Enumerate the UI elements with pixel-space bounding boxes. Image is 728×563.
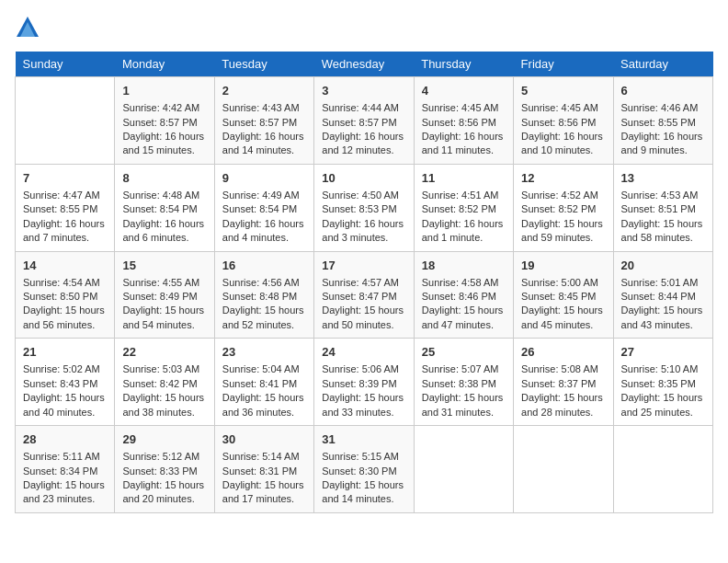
- day-info: Sunrise: 4:48 AM Sunset: 8:54 PM Dayligh…: [122, 189, 206, 246]
- calendar-cell: 11Sunrise: 4:51 AM Sunset: 8:52 PM Dayli…: [414, 164, 513, 251]
- header: [15, 15, 713, 40]
- day-info: Sunrise: 5:01 AM Sunset: 8:44 PM Dayligh…: [621, 276, 705, 333]
- calendar-cell: 24Sunrise: 5:06 AM Sunset: 8:39 PM Dayli…: [314, 339, 414, 426]
- day-info: Sunrise: 5:07 AM Sunset: 8:38 PM Dayligh…: [422, 362, 506, 419]
- calendar-cell: 1Sunrise: 4:42 AM Sunset: 8:57 PM Daylig…: [115, 77, 214, 165]
- day-number: 10: [322, 170, 405, 187]
- day-number: 4: [422, 83, 506, 99]
- day-info: Sunrise: 4:45 AM Sunset: 8:56 PM Dayligh…: [521, 101, 605, 158]
- logo-icon: [15, 15, 40, 40]
- day-info: Sunrise: 5:00 AM Sunset: 8:45 PM Dayligh…: [521, 276, 605, 333]
- day-info: Sunrise: 4:55 AM Sunset: 8:49 PM Dayligh…: [122, 276, 206, 333]
- calendar-cell: 16Sunrise: 4:56 AM Sunset: 8:48 PM Dayli…: [214, 251, 313, 339]
- day-info: Sunrise: 5:08 AM Sunset: 8:37 PM Dayligh…: [521, 362, 605, 419]
- day-number: 21: [23, 344, 107, 361]
- calendar-cell: 9Sunrise: 4:49 AM Sunset: 8:54 PM Daylig…: [214, 164, 313, 251]
- calendar-header-row: SundayMondayTuesdayWednesdayThursdayFrid…: [16, 52, 713, 77]
- day-number: 19: [521, 258, 605, 274]
- header-thursday: Thursday: [414, 52, 513, 77]
- calendar-cell: 3Sunrise: 4:44 AM Sunset: 8:57 PM Daylig…: [314, 77, 414, 165]
- day-number: 14: [23, 258, 107, 274]
- day-number: 18: [422, 258, 506, 274]
- day-info: Sunrise: 4:42 AM Sunset: 8:57 PM Dayligh…: [122, 101, 206, 158]
- day-info: Sunrise: 5:15 AM Sunset: 8:30 PM Dayligh…: [322, 450, 405, 507]
- day-info: Sunrise: 5:03 AM Sunset: 8:42 PM Dayligh…: [122, 362, 206, 419]
- week-row-1: 7Sunrise: 4:47 AM Sunset: 8:55 PM Daylig…: [16, 164, 713, 251]
- day-number: 8: [122, 170, 206, 187]
- day-info: Sunrise: 4:46 AM Sunset: 8:55 PM Dayligh…: [621, 101, 705, 158]
- calendar-cell: 28Sunrise: 5:11 AM Sunset: 8:34 PM Dayli…: [16, 426, 115, 513]
- calendar-cell: 15Sunrise: 4:55 AM Sunset: 8:49 PM Dayli…: [115, 251, 214, 339]
- calendar-cell: 23Sunrise: 5:04 AM Sunset: 8:41 PM Dayli…: [214, 339, 313, 426]
- day-info: Sunrise: 5:02 AM Sunset: 8:43 PM Dayligh…: [23, 362, 107, 419]
- day-info: Sunrise: 4:43 AM Sunset: 8:57 PM Dayligh…: [222, 101, 306, 158]
- day-number: 13: [621, 170, 705, 187]
- calendar-cell: 27Sunrise: 5:10 AM Sunset: 8:35 PM Dayli…: [613, 339, 712, 426]
- day-number: 7: [23, 170, 107, 187]
- day-info: Sunrise: 5:11 AM Sunset: 8:34 PM Dayligh…: [23, 450, 107, 507]
- week-row-0: 1Sunrise: 4:42 AM Sunset: 8:57 PM Daylig…: [16, 77, 713, 165]
- day-number: 1: [122, 83, 206, 99]
- day-info: Sunrise: 4:58 AM Sunset: 8:46 PM Dayligh…: [422, 276, 506, 333]
- header-monday: Monday: [115, 52, 214, 77]
- day-info: Sunrise: 4:53 AM Sunset: 8:51 PM Dayligh…: [621, 189, 705, 246]
- day-number: 5: [521, 83, 605, 99]
- calendar-cell: 14Sunrise: 4:54 AM Sunset: 8:50 PM Dayli…: [16, 251, 115, 339]
- day-info: Sunrise: 4:56 AM Sunset: 8:48 PM Dayligh…: [222, 276, 306, 333]
- header-saturday: Saturday: [613, 52, 712, 77]
- day-info: Sunrise: 4:54 AM Sunset: 8:50 PM Dayligh…: [23, 276, 107, 333]
- day-number: 20: [621, 258, 705, 274]
- day-info: Sunrise: 4:49 AM Sunset: 8:54 PM Dayligh…: [222, 189, 306, 246]
- day-number: 28: [23, 431, 107, 448]
- calendar-cell: 26Sunrise: 5:08 AM Sunset: 8:37 PM Dayli…: [514, 339, 613, 426]
- calendar-cell: 6Sunrise: 4:46 AM Sunset: 8:55 PM Daylig…: [613, 77, 712, 165]
- calendar-cell: 5Sunrise: 4:45 AM Sunset: 8:56 PM Daylig…: [514, 77, 613, 165]
- day-number: 25: [422, 344, 506, 361]
- day-number: 27: [621, 344, 705, 361]
- day-number: 9: [222, 170, 306, 187]
- calendar-cell: [514, 426, 613, 513]
- calendar-cell: 17Sunrise: 4:57 AM Sunset: 8:47 PM Dayli…: [314, 251, 414, 339]
- day-number: 29: [122, 431, 206, 448]
- week-row-2: 14Sunrise: 4:54 AM Sunset: 8:50 PM Dayli…: [16, 251, 713, 339]
- calendar-cell: 10Sunrise: 4:50 AM Sunset: 8:53 PM Dayli…: [314, 164, 414, 251]
- day-number: 2: [222, 83, 306, 99]
- calendar-cell: [613, 426, 712, 513]
- day-number: 16: [222, 258, 306, 274]
- calendar-cell: 31Sunrise: 5:15 AM Sunset: 8:30 PM Dayli…: [314, 426, 414, 513]
- day-number: 24: [322, 344, 405, 361]
- day-number: 6: [621, 83, 705, 99]
- calendar-table: SundayMondayTuesdayWednesdayThursdayFrid…: [15, 52, 713, 513]
- day-info: Sunrise: 4:45 AM Sunset: 8:56 PM Dayligh…: [422, 101, 506, 158]
- logo: [15, 15, 44, 40]
- calendar-cell: 18Sunrise: 4:58 AM Sunset: 8:46 PM Dayli…: [414, 251, 513, 339]
- week-row-3: 21Sunrise: 5:02 AM Sunset: 8:43 PM Dayli…: [16, 339, 713, 426]
- calendar-cell: 20Sunrise: 5:01 AM Sunset: 8:44 PM Dayli…: [613, 251, 712, 339]
- day-number: 31: [322, 431, 405, 448]
- day-info: Sunrise: 4:57 AM Sunset: 8:47 PM Dayligh…: [322, 276, 405, 333]
- day-number: 15: [122, 258, 206, 274]
- calendar-cell: 13Sunrise: 4:53 AM Sunset: 8:51 PM Dayli…: [613, 164, 712, 251]
- calendar-cell: [414, 426, 513, 513]
- day-info: Sunrise: 4:51 AM Sunset: 8:52 PM Dayligh…: [422, 189, 506, 246]
- day-info: Sunrise: 4:50 AM Sunset: 8:53 PM Dayligh…: [322, 189, 405, 246]
- day-info: Sunrise: 5:06 AM Sunset: 8:39 PM Dayligh…: [322, 362, 405, 419]
- day-number: 30: [222, 431, 306, 448]
- day-info: Sunrise: 5:10 AM Sunset: 8:35 PM Dayligh…: [621, 362, 705, 419]
- calendar-cell: 19Sunrise: 5:00 AM Sunset: 8:45 PM Dayli…: [514, 251, 613, 339]
- week-row-4: 28Sunrise: 5:11 AM Sunset: 8:34 PM Dayli…: [16, 426, 713, 513]
- day-number: 12: [521, 170, 605, 187]
- day-number: 17: [322, 258, 405, 274]
- day-number: 22: [122, 344, 206, 361]
- day-number: 3: [322, 83, 405, 99]
- day-number: 26: [521, 344, 605, 361]
- header-tuesday: Tuesday: [214, 52, 313, 77]
- day-info: Sunrise: 5:04 AM Sunset: 8:41 PM Dayligh…: [222, 362, 306, 419]
- calendar-cell: 22Sunrise: 5:03 AM Sunset: 8:42 PM Dayli…: [115, 339, 214, 426]
- calendar-cell: 25Sunrise: 5:07 AM Sunset: 8:38 PM Dayli…: [414, 339, 513, 426]
- day-info: Sunrise: 4:52 AM Sunset: 8:52 PM Dayligh…: [521, 189, 605, 246]
- calendar-cell: 4Sunrise: 4:45 AM Sunset: 8:56 PM Daylig…: [414, 77, 513, 165]
- day-info: Sunrise: 5:14 AM Sunset: 8:31 PM Dayligh…: [222, 450, 306, 507]
- header-wednesday: Wednesday: [314, 52, 414, 77]
- day-info: Sunrise: 4:44 AM Sunset: 8:57 PM Dayligh…: [322, 101, 405, 158]
